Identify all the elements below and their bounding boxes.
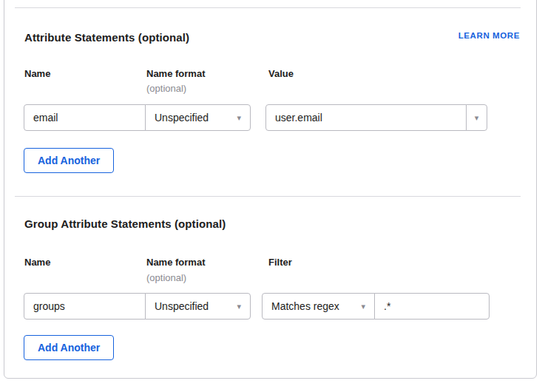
attr-value-input[interactable] (265, 104, 467, 131)
group-filter-type-selected: Matches regex (271, 300, 339, 312)
group-name-format-selected: Unspecified (155, 300, 209, 312)
chevron-down-icon: ▾ (361, 303, 365, 311)
group-add-another-button[interactable]: Add Another (24, 335, 114, 360)
group-col-note-optional: (optional) (146, 272, 186, 283)
settings-card (4, 0, 537, 379)
attr-col-note-optional: (optional) (146, 83, 186, 94)
group-attribute-statements-title: Group Attribute Statements (optional) (24, 217, 226, 230)
chevron-down-icon: ▾ (475, 114, 479, 122)
chevron-down-icon: ▾ (237, 303, 241, 311)
attr-name-format-select[interactable]: Unspecified ▾ (145, 104, 251, 131)
attr-name-input[interactable] (24, 104, 146, 131)
attr-value-dropdown-button[interactable]: ▾ (466, 104, 487, 131)
attr-name-format-selected: Unspecified (155, 112, 209, 124)
section-divider-middle (15, 196, 521, 197)
group-col-header-name: Name (24, 257, 50, 268)
attr-col-header-value: Value (268, 68, 294, 79)
section-divider-top (15, 7, 521, 8)
group-filter-type-select[interactable]: Matches regex ▾ (262, 293, 375, 320)
attr-add-another-button[interactable]: Add Another (24, 148, 114, 173)
group-name-input[interactable] (24, 293, 146, 320)
group-col-header-filter: Filter (268, 257, 292, 268)
attr-col-header-name-format: Name format (146, 68, 205, 79)
group-filter-value-input[interactable] (374, 293, 490, 320)
group-name-format-select[interactable]: Unspecified ▾ (145, 293, 251, 320)
attribute-statements-title: Attribute Statements (optional) (24, 31, 189, 44)
attr-col-header-name: Name (24, 68, 50, 79)
chevron-down-icon: ▾ (237, 114, 241, 122)
group-col-header-name-format: Name format (146, 257, 205, 268)
learn-more-link[interactable]: LEARN MORE (458, 31, 520, 40)
